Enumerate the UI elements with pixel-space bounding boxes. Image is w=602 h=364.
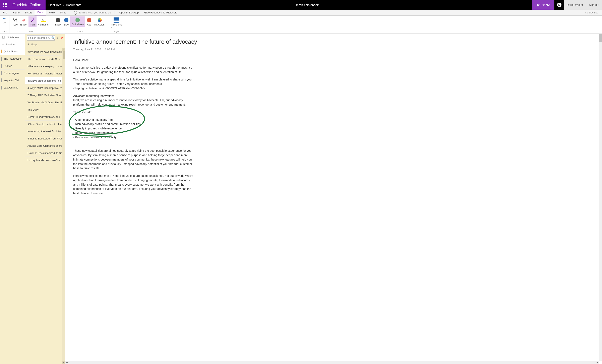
note-title[interactable]: Influitive announcement: The future of a…	[65, 34, 602, 46]
ink-color-dropdown[interactable]: Ink Color▾	[93, 16, 106, 27]
scrollbar-vertical[interactable]	[599, 34, 602, 361]
notebooks-button[interactable]: Notebooks	[0, 34, 25, 41]
tab-view[interactable]: View	[46, 10, 58, 15]
thickness-dropdown[interactable]: Thickness▾	[110, 16, 123, 30]
paragraph: First, we are releasing a number of inno…	[73, 98, 194, 107]
tab-print[interactable]: Print	[57, 10, 68, 15]
main-area: Notebooks + Section Quick NotesThe Inter…	[0, 34, 602, 364]
page-item[interactable]: 7 Things B2B Marketers Shoul	[25, 92, 65, 99]
skype-icon: S	[557, 3, 561, 7]
app-launcher-button[interactable]	[0, 0, 11, 10]
button-label: Thickness▾	[111, 23, 122, 29]
page-item[interactable]: Derek. I liked your blog, and I	[25, 113, 65, 120]
section-item[interactable]: The Intersection	[0, 55, 25, 62]
color-blue-button[interactable]: Blue	[62, 16, 70, 27]
type-tool-button[interactable]: AI Type	[11, 16, 19, 27]
pin-icon[interactable]: 📌	[60, 36, 64, 39]
search-icon[interactable]: 🔍	[51, 36, 55, 40]
button-label: Eraser	[20, 23, 27, 26]
page-item[interactable]: 5 Tips to Bulletproof Your Web	[25, 135, 65, 142]
pen-tool-button[interactable]: Pen	[29, 16, 36, 27]
add-section-button[interactable]: + Section	[0, 41, 25, 48]
highlighter-tool-button[interactable]: ab Highlighter	[36, 16, 50, 27]
section-item[interactable]: Inspector Tail	[0, 77, 25, 84]
page-item[interactable]: Why don't we have universal b	[25, 48, 65, 55]
search-field[interactable]	[27, 36, 51, 39]
tab-home[interactable]: Home	[10, 10, 22, 15]
color-dark-green-button[interactable]: Dark Green	[70, 16, 85, 27]
scroll-left-button[interactable]: ◀	[65, 361, 68, 364]
undo-button[interactable]	[3, 17, 6, 21]
page-item[interactable]: Advisor Barb Giamanco shares	[25, 142, 65, 149]
scrollbar-vertical[interactable]: ▲ ▼	[62, 48, 65, 364]
breadcrumb-item[interactable]: Documents	[66, 3, 81, 7]
pages-panel: 🔍 ▾ 📌 + Page Why don't we have universal…	[25, 34, 65, 364]
tab-draw[interactable]: Draw	[34, 10, 46, 15]
scrollbar-horizontal[interactable]: ◀ ▶	[65, 361, 599, 364]
button-label: Black	[55, 23, 61, 26]
paragraph: These include:	[73, 110, 194, 115]
page-item[interactable]: We Predict You'll Open This Er	[25, 99, 65, 106]
breadcrumb-item[interactable]: OneDrive	[48, 3, 61, 7]
share-icon	[537, 3, 540, 7]
page-item[interactable]: How HP Revolutionized Its Soc	[25, 149, 65, 157]
page-item[interactable]: The Reviews are In: 4+ Stars.	[25, 55, 65, 63]
page-item[interactable]: [Cheat Sheet] The Most Effecti	[25, 120, 65, 128]
scroll-thumb[interactable]	[63, 51, 65, 59]
svg-rect-7	[5, 6, 6, 7]
lightbulb-icon	[74, 11, 77, 14]
color-red-button[interactable]: Red	[85, 16, 93, 27]
section-item[interactable]: Quick Notes	[0, 48, 25, 55]
swatch-icon	[87, 18, 91, 22]
page-item[interactable]: The Daily	[25, 106, 65, 113]
scroll-up-button[interactable]: ▲	[62, 48, 65, 51]
page-item[interactable]: Millennials are keeping coupo	[25, 63, 65, 70]
svg-rect-3	[3, 4, 4, 5]
note-body[interactable]: Hello Derek, The summer solstice is a da…	[65, 51, 194, 196]
scroll-thumb[interactable]	[599, 34, 602, 42]
page-item[interactable]: Introducing the Next Evolution	[25, 128, 65, 135]
section-item[interactable]: Quotes	[0, 62, 25, 69]
group-label: Color	[77, 30, 83, 33]
spinner-icon	[585, 11, 588, 14]
scroll-down-button[interactable]: ▼	[62, 361, 65, 364]
paragraph: Advocate marketing innovations	[73, 94, 194, 98]
redo-button[interactable]	[3, 21, 6, 25]
swatch-icon	[64, 18, 68, 22]
feedback-link[interactable]: Give Feedback To Microsoft	[141, 10, 179, 15]
page-item[interactable]: FW: Webinar - Putting Predicti	[25, 70, 65, 77]
paragraph: The summer solstice is a day of profound…	[73, 66, 194, 75]
waffle-icon	[3, 3, 7, 7]
page-item[interactable]: Luxury brands botch WeChat -	[25, 157, 65, 164]
swatch-icon	[75, 18, 80, 22]
share-button[interactable]: Share	[532, 0, 554, 10]
svg-rect-0	[3, 3, 4, 4]
group-label: Tools	[28, 30, 33, 33]
page-item[interactable]: Influitive announcement: The f	[25, 77, 65, 84]
notebook-title[interactable]: Derek's Notebook	[81, 0, 532, 10]
section-item[interactable]: Return Again	[0, 69, 25, 77]
eraser-tool-button[interactable]: Eraser	[19, 16, 29, 27]
app-name[interactable]: OneNote Online	[11, 0, 45, 10]
skype-button[interactable]: S	[554, 0, 564, 10]
tab-insert[interactable]: Insert	[22, 10, 35, 15]
color-black-button[interactable]: Black	[54, 16, 62, 27]
tell-me-search[interactable]: Tell me what you want to do	[72, 10, 113, 15]
tab-file[interactable]: File	[0, 10, 10, 15]
expand-search-button[interactable]: ▾	[57, 36, 59, 39]
section-item[interactable]: Last Chance	[0, 84, 25, 91]
page-item[interactable]: 4 Ways MRM Can Improve You	[25, 84, 65, 92]
swatch-icon	[56, 18, 60, 22]
button-label: Red	[87, 23, 91, 26]
group-label: Style	[114, 30, 119, 33]
button-label: Dark Green	[71, 23, 84, 26]
ribbon-group-color: Black Blue Dark Green Red Ink Color▾ Col…	[52, 16, 108, 33]
search-input[interactable]: 🔍	[27, 35, 55, 41]
scroll-right-button[interactable]: ▶	[596, 361, 599, 364]
paragraph: These new capabilities are aimed squarel…	[73, 149, 194, 171]
user-name[interactable]: Derek Walter	[564, 3, 586, 6]
add-page-button[interactable]: + Page	[25, 41, 65, 48]
sign-out-link[interactable]: Sign out	[586, 3, 602, 6]
open-in-desktop-link[interactable]: Open In Desktop	[116, 10, 142, 15]
note-canvas[interactable]: Influitive announcement: The future of a…	[65, 34, 602, 364]
